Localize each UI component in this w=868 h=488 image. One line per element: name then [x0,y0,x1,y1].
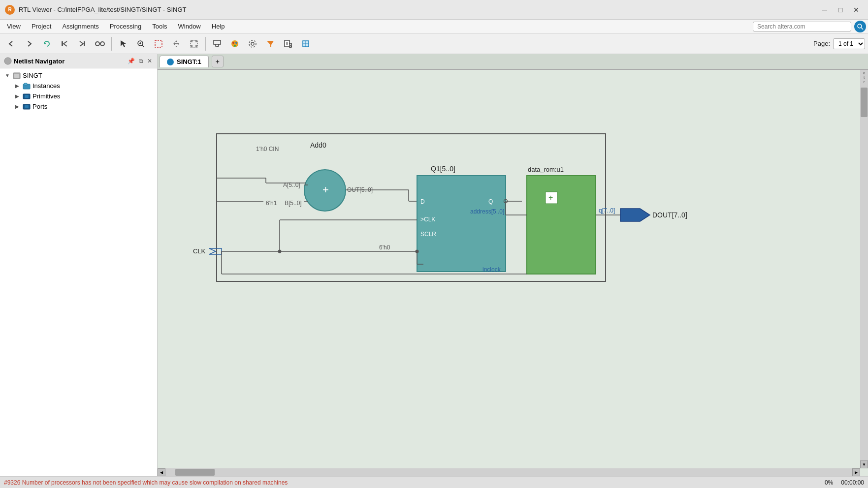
sidebar-header-icon [4,57,12,65]
menu-tools[interactable]: Tools [147,22,172,31]
status-zoom: 0% [825,479,833,486]
address-label: address[5..0] [470,208,504,215]
window-controls: ─ □ ✕ [818,3,863,16]
back-button[interactable] [3,36,20,52]
vertical-scrollbar[interactable]: ▲ ▼ [860,70,868,468]
menu-view[interactable]: View [2,22,26,31]
page-label: Page: [813,40,830,47]
netlist-button[interactable] [297,36,314,52]
tree-icon-ports [23,103,31,110]
tree-label-ports: Ports [32,103,47,110]
filter-button[interactable] [262,36,279,52]
search-icon[interactable] [854,21,866,32]
menu-bar: View Project Assignments Processing Tool… [0,20,868,33]
dout-label: DOUT[7..0] [652,211,687,219]
menu-processing[interactable]: Processing [105,22,146,31]
sidebar-pin-button[interactable]: 📌 [127,58,136,64]
search-input[interactable] [753,22,851,31]
tree-item-ports[interactable]: ▶ Ports [0,101,157,112]
tab-add-button[interactable]: + [212,56,224,67]
page-control: Page: 1 of 1 [813,38,865,49]
status-bar: #9326 Number of processors has not been … [0,476,868,488]
menu-project[interactable]: Project [27,22,56,31]
sidebar-content: ▼ SINGT ▶ Instances ▶ Primitives ▶ Ports [0,68,157,476]
rom-q-label: q[7..0] [599,207,615,214]
scroll-left-button[interactable]: ◀ [158,468,165,476]
reg-d-label: D [420,198,425,205]
svg-rect-17 [195,45,197,47]
tree-icon-singt [13,72,21,79]
svg-rect-38 [24,83,27,85]
hierarchy-up-button[interactable] [209,36,225,52]
sidebar-controls: 📌 ⧉ ✕ [127,58,153,64]
rom-block [527,176,596,274]
svg-point-5 [100,42,104,46]
tree-item-primitives[interactable]: ▶ Primitives [0,91,157,101]
menu-window[interactable]: Window [173,22,206,31]
menu-assignments[interactable]: Assignments [57,22,103,31]
svg-rect-16 [191,45,193,47]
tree-arrow-singt[interactable]: ▼ [4,73,11,78]
svg-point-25 [249,40,256,47]
palette-button[interactable] [226,36,243,52]
svg-point-0 [858,24,862,28]
forward-button[interactable] [21,36,37,52]
horizontal-scrollbar[interactable]: ◀ ▶ [158,468,860,476]
svg-point-23 [234,45,236,47]
canvas[interactable]: Add0 1'h0 CIN + A[5..0] 6'h1 B[5..0] OUT… [158,70,868,476]
zoom-in-button[interactable] [132,36,149,52]
inclock-label: inclock [482,266,501,273]
svg-rect-14 [191,40,193,42]
clk-val-label: 6'h0 [379,244,390,251]
rubber-band-button[interactable] [186,36,202,52]
rtl-diagram: Add0 1'h0 CIN + A[5..0] 6'h1 B[5..0] OUT… [158,70,847,414]
svg-point-43 [168,60,172,64]
svg-rect-40 [25,95,29,98]
register-label: Q1[5..0] [431,165,455,173]
sidebar-close-button[interactable]: ✕ [146,58,153,64]
tab-singt[interactable]: SINGT:1 [160,56,209,67]
close-button[interactable]: ✕ [849,3,863,16]
page-select[interactable]: 1 of 1 [833,38,865,49]
sidebar-float-button[interactable]: ⧉ [138,58,144,64]
reg-clk-label: >CLK [420,216,435,223]
right-scroll-hint: otr [860,70,868,85]
tree-arrow-primitives[interactable]: ▶ [14,93,21,99]
settings-button[interactable] [244,36,261,52]
dout-port-symbol [620,209,650,221]
scroll-thumb-h[interactable] [175,469,215,476]
svg-point-21 [232,42,234,44]
binoculars-button[interactable] [92,36,108,52]
menu-help[interactable]: Help [207,22,230,31]
tree-arrow-ports[interactable]: ▶ [14,104,21,109]
maximize-button[interactable]: □ [834,3,847,16]
tree-arrow-instances[interactable]: ▶ [14,83,21,89]
status-warning: #9326 Number of processors has not been … [4,479,821,486]
scroll-thumb-v[interactable] [861,88,868,117]
minimize-button[interactable]: ─ [818,3,832,16]
export-button[interactable] [280,36,296,52]
tree-item-instances[interactable]: ▶ Instances [0,81,157,91]
main-area: Netlist Navigator 📌 ⧉ ✕ ▼ SINGT ▶ Instan… [0,54,868,476]
select-tool-button[interactable] [115,36,131,52]
tree-item-singt[interactable]: ▼ SINGT [0,70,157,81]
next-page-button[interactable] [74,36,91,52]
svg-point-24 [251,42,254,45]
svg-point-34 [4,58,11,64]
svg-rect-12 [155,40,162,47]
zoom-marquee-button[interactable] [150,36,167,52]
scroll-down-button[interactable]: ▼ [860,460,868,468]
reg-sclr-label: SCLR [420,231,436,238]
toolbar-sep-2 [205,37,206,51]
adder-b-val-label: 6'h1 [266,200,277,207]
svg-text:+: + [548,193,553,202]
tree-label-singt: SINGT [23,72,42,79]
refresh-button[interactable] [38,36,55,52]
sidebar-title: Netlist Navigator [14,58,64,65]
prev-page-button[interactable] [56,36,73,52]
pan-tool-button[interactable] [168,36,185,52]
clk-port-symbol [209,248,222,254]
tree-label-instances: Instances [32,82,60,90]
scroll-right-button[interactable]: ▶ [852,468,860,476]
app-icon: R [5,5,15,15]
